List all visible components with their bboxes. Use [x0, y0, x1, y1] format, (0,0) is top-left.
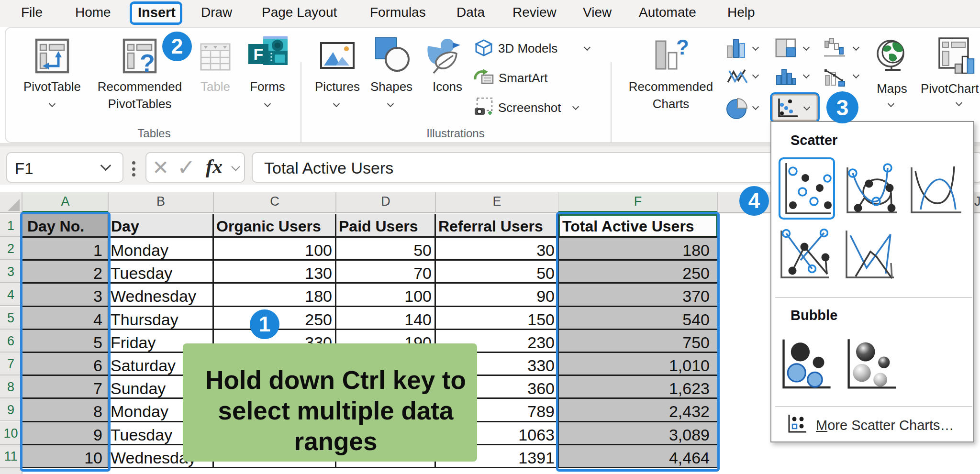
svg-text:F: F	[254, 45, 264, 63]
svg-text:?: ?	[140, 49, 155, 74]
svg-text:?: ?	[676, 38, 688, 59]
